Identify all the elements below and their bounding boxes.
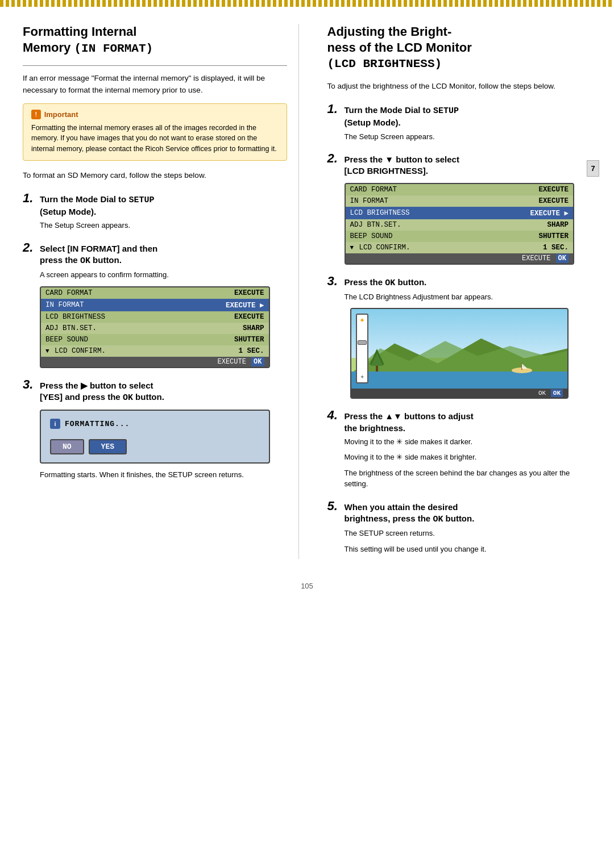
right-step1-body: The Setup Screen appears. <box>345 131 592 143</box>
right-step4-body2: Moving it to the ✳ side makes it brighte… <box>345 452 592 463</box>
lcd-cell-label: ADJ BTN.SET. <box>41 323 176 334</box>
right-step3-title: Press the OK button. <box>345 277 427 289</box>
left-step2-header: 2. Select [IN FORMAT] and thenpress the … <box>23 240 287 268</box>
lcd-row-2-highlighted: IN FORMAT EXECUTE ▶ <box>41 299 269 311</box>
right-step4-body1: Moving it to the ✳ side makes it darker. <box>345 436 592 448</box>
left-section-title: Formatting InternalMemory (IN FORMAT) <box>23 24 287 56</box>
lcd2-cell-value: EXECUTE ▶ <box>480 207 573 219</box>
lcd-cell-label: ▼ LCD CONFIRM. <box>41 345 176 357</box>
execute-ok-btn-2: OK <box>556 254 569 263</box>
right-step3-number: 3. <box>327 274 340 289</box>
svg-marker-4 <box>522 364 528 369</box>
format-yes-btn[interactable]: YES <box>89 439 127 454</box>
lcd-execute-bar-1: EXECUTE OK <box>41 357 269 367</box>
sun-dark-icon: ✦ <box>360 374 364 380</box>
left-step3-number: 3. <box>23 377 35 392</box>
right-step2-title: Press the ▼ button to select[LCD BRIGHTN… <box>345 154 459 177</box>
lcd2-row-4: ADJ BTN.SET. SHARP <box>346 219 574 231</box>
format-dialog-title: i FORMATTING... <box>50 419 260 429</box>
lcd-cell-label: CARD FORMAT <box>41 287 176 299</box>
left-step1-body: The Setup Screen appears. <box>40 220 287 231</box>
important-body-text: Formatting the internal memory erases al… <box>31 123 279 155</box>
left-step2-title: Select [IN FORMAT] and thenpress the OK … <box>40 243 157 268</box>
right-step5-header: 5. When you attain the desiredbrightness… <box>327 499 592 526</box>
right-step4-header: 4. Press the ▲▼ buttons to adjustthe bri… <box>327 408 592 434</box>
left-step1-title: Turn the Mode Dial to SETUP(Setup Mode). <box>40 194 154 218</box>
right-step5-body2: This setting will be used until you chan… <box>345 544 592 555</box>
right-step1-title: Turn the Mode Dial to SETUP(Setup Mode). <box>345 105 459 129</box>
left-step3-after: Formatting starts. When it finishes, the… <box>40 469 287 481</box>
sd-card-text: To format an SD Memory card, follow the … <box>23 170 287 182</box>
page-number: 105 <box>0 576 614 602</box>
left-step1-number: 1. <box>23 191 35 206</box>
lcd2-cell-label: IN FORMAT <box>346 195 481 207</box>
left-step3-title: Press the ▶ button to select[YES] and pr… <box>40 380 164 404</box>
lcd2-cell-value: EXECUTE <box>480 184 573 195</box>
lcd2-cell-value: SHARP <box>480 219 573 231</box>
top-border <box>0 0 614 7</box>
lcd2-cell-value: 1 SEC. <box>480 242 573 253</box>
lcd-row-5: BEEP SOUND SHUTTER <box>41 334 269 345</box>
lcd-cell-value: SHARP <box>176 323 269 334</box>
lcd2-cell-value: EXECUTE <box>480 195 573 207</box>
right-step5-title: When you attain the desiredbrightness, p… <box>345 502 475 526</box>
right-column: 7 Adjusting the Bright-ness of the LCD M… <box>322 24 592 559</box>
right-intro-text: To adjust the brightness of the LCD Moni… <box>327 81 592 93</box>
lcd-cell-value: EXECUTE <box>176 311 269 323</box>
lcd-cell-label: IN FORMAT <box>41 299 176 311</box>
right-step4-body3: The brightness of the screen behind the … <box>345 468 592 490</box>
lcd-cell-label: BEEP SOUND <box>41 334 176 345</box>
important-box: ! Important Formatting the internal memo… <box>23 103 287 161</box>
lcd-screen-1: CARD FORMAT EXECUTE IN FORMAT EXECUTE ▶ … <box>40 286 270 368</box>
tree-svg <box>368 349 385 372</box>
format-buttons: NO YES <box>50 439 260 454</box>
right-step5-body1: The SETUP screen returns. <box>345 528 592 539</box>
lcd2-cell-label: ▼ LCD CONFIRM. <box>346 242 481 253</box>
left-step2-number: 2. <box>23 240 35 255</box>
right-step1-header: 1. Turn the Mode Dial to SETUP(Setup Mod… <box>327 102 592 129</box>
right-step2-header: 2. Press the ▼ button to select[LCD BRIG… <box>327 151 592 177</box>
brightness-slider: ✦ ✦ <box>356 314 368 383</box>
lcd-cell-label: LCD BRIGHTNESS <box>41 311 176 323</box>
lcd2-cell-label: BEEP SOUND <box>346 231 481 242</box>
execute-ok-btn: OK <box>251 357 264 366</box>
lcd-screen-2: CARD FORMAT EXECUTE IN FORMAT EXECUTE LC… <box>345 183 575 265</box>
lcd2-row-1: CARD FORMAT EXECUTE <box>346 184 574 195</box>
left-step1-header: 1. Turn the Mode Dial to SETUP(Setup Mod… <box>23 191 287 218</box>
lcd2-cell-label: ADJ BTN.SET. <box>346 219 481 231</box>
lcd2-row-6: ▼ LCD CONFIRM. 1 SEC. <box>346 242 574 253</box>
tab-marker: 7 <box>587 160 599 177</box>
left-step3-header: 3. Press the ▶ button to select[YES] and… <box>23 377 287 404</box>
lcd-cell-value: EXECUTE <box>176 287 269 299</box>
lcd-brightness-screen: ✦ ✦ OK OK <box>350 308 569 399</box>
lcd-cell-value: EXECUTE ▶ <box>176 299 269 311</box>
right-step2-number: 2. <box>327 151 340 166</box>
right-step4-title: Press the ▲▼ buttons to adjustthe bright… <box>345 411 474 434</box>
lcd-cell-value: 1 SEC. <box>176 345 269 357</box>
lcd-table-2: CARD FORMAT EXECUTE IN FORMAT EXECUTE LC… <box>346 184 574 253</box>
lcd2-row-2: IN FORMAT EXECUTE <box>346 195 574 207</box>
lcd2-cell-label: CARD FORMAT <box>346 184 481 195</box>
boat-svg <box>511 362 533 373</box>
left-column: Formatting InternalMemory (IN FORMAT) If… <box>23 24 299 559</box>
lcd2-row-5: BEEP SOUND SHUTTER <box>346 231 574 242</box>
lcd-row-6: ▼ LCD CONFIRM. 1 SEC. <box>41 345 269 357</box>
format-dialog: i FORMATTING... NO YES <box>40 410 270 464</box>
ok-ok-btn: OK <box>551 389 563 397</box>
info-icon: i <box>50 419 60 429</box>
lcd-execute-bar-2: EXECUTE OK <box>346 253 574 264</box>
lcd2-cell-label: LCD BRIGHTNESS <box>346 207 481 219</box>
important-label: Important <box>44 110 78 119</box>
right-step4-number: 4. <box>327 408 340 423</box>
slider-handle <box>358 340 367 345</box>
format-dialog-text: FORMATTING... <box>65 420 130 428</box>
format-no-btn[interactable]: NO <box>50 439 84 454</box>
left-step2-body: A screen appears to confirm formatting. <box>40 269 287 281</box>
lcd2-row-3-highlighted: LCD BRIGHTNESS EXECUTE ▶ <box>346 207 574 219</box>
lcd-ok-bar: OK OK <box>351 389 568 398</box>
right-step3-body: The LCD Brightness Adjustment bar appear… <box>345 291 592 303</box>
lcd-row-4: ADJ BTN.SET. SHARP <box>41 323 269 334</box>
important-icon: ! <box>31 110 41 119</box>
sun-bright-icon: ✦ <box>359 316 365 324</box>
lcd-row-1: CARD FORMAT EXECUTE <box>41 287 269 299</box>
